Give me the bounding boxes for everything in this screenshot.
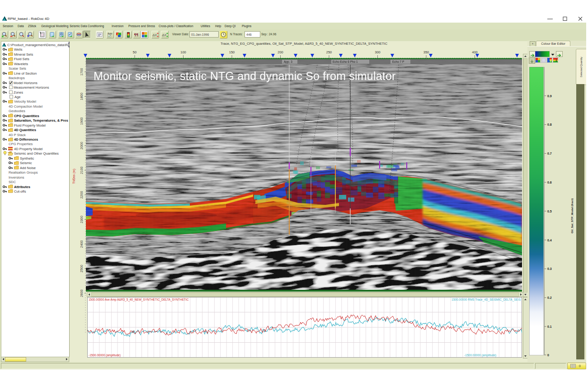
- svg-text:0.7: 0.7: [547, 152, 552, 155]
- svg-text:Echo 7 P: Echo 7 P: [392, 60, 404, 63]
- svg-text:0.6: 0.6: [547, 181, 552, 184]
- svg-text:350: 350: [423, 50, 429, 54]
- svg-text:2200: 2200: [80, 191, 84, 199]
- svg-text:0.5: 0.5: [547, 210, 552, 213]
- svg-text:100: 100: [180, 50, 186, 54]
- svg-text:200: 200: [278, 50, 283, 54]
- svg-text:App. 3: App. 3: [284, 60, 292, 64]
- svg-text:0: 0: [547, 354, 549, 357]
- svg-text:Auto: Auto: [108, 32, 113, 35]
- svg-text:2000: 2000: [80, 142, 84, 150]
- svg-text:0.2: 0.2: [547, 296, 552, 299]
- svg-text:0.4: 0.4: [547, 239, 552, 242]
- svg-text:250: 250: [326, 50, 332, 54]
- svg-text:2500: 2500: [80, 265, 84, 273]
- svg-text:1900: 1900: [80, 117, 84, 125]
- svg-text:¶¶: ¶¶: [134, 33, 139, 37]
- svg-text:300: 300: [375, 50, 381, 54]
- svg-text:0.9: 0.9: [547, 94, 552, 98]
- svg-text:50: 50: [133, 50, 136, 54]
- svg-text:ΔX: ΔX: [162, 33, 166, 37]
- svg-text:-1500.00000 (amplitude): -1500.00000 (amplitude): [89, 354, 121, 357]
- svg-text:1500.00000 RMS Trace_4D_SEISMI: 1500.00000 RMS Trace_4D_SEISMIC_DELTA_SE…: [452, 298, 521, 302]
- svg-text:1700: 1700: [80, 68, 84, 76]
- svg-text:ΔX: ΔX: [152, 33, 157, 37]
- svg-text:1500.00000 Ave Amp A&R3_5_40_N: 1500.00000 Ave Amp A&R3_5_40_NEW_SYNTHET…: [89, 298, 189, 302]
- svg-text:150: 150: [229, 50, 235, 54]
- svg-text:TVDss (m): TVDss (m): [72, 169, 76, 184]
- svg-text:Echo Echo 6 Pho 1: Echo Echo 6 Pho 1: [333, 60, 358, 63]
- svg-text:2100: 2100: [80, 166, 84, 174]
- svg-text:0.3: 0.3: [547, 267, 552, 270]
- svg-text:2300: 2300: [80, 216, 84, 223]
- svg-text:-1500.00000 (amplitude): -1500.00000 (amplitude): [464, 354, 496, 357]
- svg-text:400: 400: [472, 50, 478, 54]
- svg-text:1800: 1800: [80, 93, 84, 100]
- svg-text:2600: 2600: [80, 289, 84, 297]
- svg-text:0.8: 0.8: [547, 123, 552, 126]
- svg-text:0.1: 0.1: [547, 325, 552, 328]
- svg-text:2400: 2400: [80, 240, 84, 248]
- svg-text:Monitor seismic, static NTG an: Monitor seismic, static NTG and dynamic …: [94, 70, 396, 82]
